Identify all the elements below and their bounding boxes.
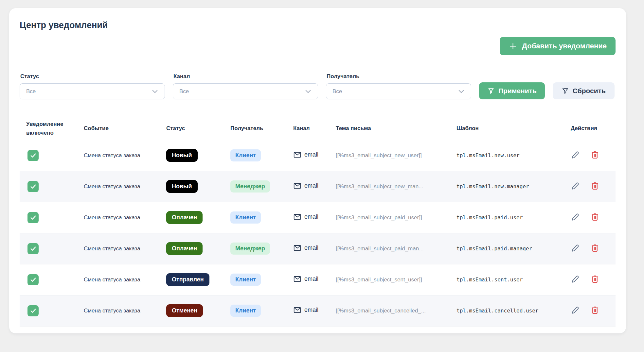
template-label: tpl.msEmail.cancelled.user — [456, 308, 538, 314]
check-icon — [29, 214, 37, 221]
toolbar: Добавить уведомление — [20, 37, 616, 55]
status-filter-group: Статус Все — [20, 73, 165, 99]
table-row: Смена статуса заказаОплаченМенеджерemail… — [20, 233, 616, 264]
status-badge: Оплачен — [166, 242, 203, 255]
enabled-checkbox[interactable] — [27, 212, 39, 223]
channel-cell: email — [293, 244, 318, 252]
status-filter-label: Статус — [20, 73, 165, 80]
delete-button[interactable] — [590, 306, 599, 315]
edit-button[interactable] — [571, 150, 580, 159]
filters-bar: Статус Все Канал Все Получатель Все — [20, 73, 616, 99]
edit-button[interactable] — [571, 243, 580, 253]
mail-icon — [293, 213, 301, 221]
row-actions — [571, 275, 599, 284]
delete-button[interactable] — [590, 275, 599, 284]
event-label: Смена статуса заказа — [84, 214, 140, 221]
check-icon — [29, 152, 37, 159]
pencil-icon — [571, 150, 580, 159]
recipient-badge: Менеджер — [230, 180, 270, 193]
apply-filters-button[interactable]: Применить — [479, 82, 545, 99]
channel-label: email — [304, 276, 318, 282]
column-header: Статус — [160, 117, 224, 140]
status-filter-value: Все — [26, 88, 36, 95]
reset-filters-button[interactable]: Сбросить — [553, 82, 615, 99]
chevron-down-icon — [151, 87, 159, 96]
channel-cell: email — [293, 275, 318, 283]
enabled-checkbox[interactable] — [27, 305, 39, 316]
subject-label: [[%ms3_email_subject_cancelled_... — [336, 308, 426, 314]
trash-icon — [590, 181, 599, 191]
mail-icon — [293, 151, 301, 159]
enabled-checkbox[interactable] — [27, 274, 39, 285]
event-label: Смена статуса заказа — [84, 277, 140, 283]
subject-label: [[%ms3_email_subject_paid_user]] — [336, 214, 422, 221]
pencil-icon — [571, 212, 580, 222]
status-badge: Оплачен — [166, 211, 203, 224]
plus-icon — [509, 42, 517, 51]
delete-button[interactable] — [590, 243, 599, 253]
channel-label: email — [304, 244, 318, 251]
recipient-filter-select[interactable]: Все — [326, 83, 471, 99]
row-actions — [571, 150, 599, 159]
delete-button[interactable] — [590, 212, 599, 222]
channel-cell: email — [293, 182, 318, 190]
pencil-icon — [571, 181, 580, 191]
check-icon — [29, 307, 37, 314]
status-badge: Отправлен — [166, 273, 209, 286]
channel-cell: email — [293, 151, 318, 159]
edit-button[interactable] — [571, 275, 580, 284]
table-row: Смена статуса заказаНовыйМенеджерemail[[… — [20, 171, 616, 202]
channel-label: email — [304, 151, 318, 158]
column-header: Тема письма — [329, 117, 450, 140]
mail-icon — [293, 275, 301, 283]
pencil-icon — [571, 306, 580, 315]
chevron-down-icon — [304, 87, 313, 96]
check-icon — [29, 276, 37, 283]
channel-cell: email — [293, 213, 318, 221]
filter-icon — [487, 87, 495, 95]
event-label: Смена статуса заказа — [84, 308, 140, 314]
table-header-row: Уведомление включеноСобытиеСтатусПолучат… — [20, 117, 616, 140]
edit-button[interactable] — [571, 181, 580, 191]
enabled-checkbox[interactable] — [27, 150, 39, 161]
recipient-filter-value: Все — [332, 88, 342, 95]
chevron-down-icon — [457, 87, 466, 96]
channel-label: email — [304, 307, 318, 313]
channel-cell: email — [293, 306, 318, 314]
delete-button[interactable] — [590, 181, 599, 191]
table-row: Смена статуса заказаНовыйКлиентemail[[%m… — [20, 140, 616, 171]
row-actions — [571, 306, 599, 315]
enabled-checkbox[interactable] — [27, 243, 39, 254]
column-header: Событие — [77, 117, 160, 140]
check-icon — [29, 245, 37, 252]
row-actions — [571, 212, 599, 222]
channel-filter-label: Канал — [173, 73, 318, 80]
template-label: tpl.msEmail.new.manager — [456, 183, 529, 190]
delete-button[interactable] — [590, 150, 599, 159]
status-filter-select[interactable]: Все — [20, 83, 165, 99]
page-title: Центр уведомлений — [20, 20, 616, 30]
trash-icon — [590, 306, 599, 315]
template-label: tpl.msEmail.sent.user — [456, 277, 523, 283]
edit-button[interactable] — [571, 212, 580, 222]
event-label: Смена статуса заказа — [84, 152, 140, 159]
subject-label: [[%ms3_email_subject_new_man... — [336, 183, 423, 190]
subject-label: [[%ms3_email_subject_sent_user]] — [336, 277, 422, 283]
status-badge: Новый — [166, 180, 198, 193]
notifications-table: Уведомление включеноСобытиеСтатусПолучат… — [20, 117, 616, 327]
mail-icon — [293, 244, 301, 252]
status-badge: Новый — [166, 149, 198, 162]
event-label: Смена статуса заказа — [84, 183, 140, 190]
channel-filter-select[interactable]: Все — [173, 83, 318, 99]
row-actions — [571, 181, 599, 191]
recipient-badge: Менеджер — [230, 243, 270, 255]
edit-button[interactable] — [571, 306, 580, 315]
trash-icon — [590, 275, 599, 284]
recipient-filter-label: Получатель — [326, 73, 471, 80]
template-label: tpl.msEmail.paid.user — [456, 214, 523, 221]
channel-filter-group: Канал Все — [173, 73, 318, 99]
add-notification-button[interactable]: Добавить уведомление — [500, 37, 616, 55]
reset-filters-label: Сбросить — [573, 87, 606, 95]
recipient-filter-group: Получатель Все — [326, 73, 471, 99]
enabled-checkbox[interactable] — [27, 181, 39, 192]
